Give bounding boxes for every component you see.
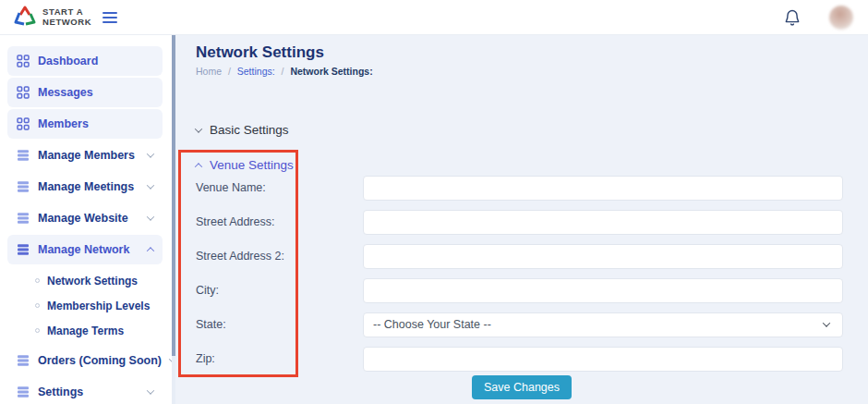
zip-label: Zip: (196, 347, 344, 372)
state-label: State: (196, 312, 344, 337)
chevron-down-icon (823, 319, 830, 326)
top-header: START A NETWORK (0, 0, 868, 35)
sidebar-item-settings[interactable]: Settings (7, 377, 163, 404)
sidebar-item-manage-members[interactable]: Manage Members (7, 141, 163, 170)
section-title: Venue Settings (210, 158, 294, 172)
form-row: Street Address 2: (175, 244, 868, 269)
bullet-icon (35, 328, 40, 333)
sidebar-item-label: Messages (38, 86, 153, 99)
breadcrumb-home-link[interactable]: Home (196, 66, 222, 77)
chevron-up-icon (147, 247, 154, 254)
street-address-label: Street Address: (196, 210, 344, 235)
logo-text: START A NETWORK (42, 7, 91, 27)
page-title: Network Settings (196, 43, 324, 62)
sidebar-item-label: Manage Members (38, 149, 139, 162)
sidebar-subitem-label: Network Settings (47, 275, 138, 288)
sidebar-item-orders[interactable]: Orders (Coming Soon) (7, 346, 163, 375)
chevron-down-icon (147, 213, 154, 220)
hamburger-menu-icon[interactable] (102, 12, 117, 23)
sidebar-item-manage-network[interactable]: Manage Network (7, 235, 163, 264)
zip-input[interactable] (363, 347, 843, 372)
sidebar-item-members[interactable]: Members (7, 109, 163, 139)
sidebar-subitem-network-settings[interactable]: Network Settings (0, 268, 172, 293)
sidebar-subitem-manage-terms[interactable]: Manage Terms (0, 318, 172, 343)
city-input[interactable] (363, 278, 843, 303)
section-title: Basic Settings (210, 123, 289, 137)
sidebar-item-label: Members (38, 117, 153, 130)
form-row: Zip: (175, 347, 868, 372)
sidebar-subitem-membership-levels[interactable]: Membership Levels (0, 293, 172, 318)
form-row: Venue Name: (175, 176, 868, 201)
street-address-2-label: Street Address 2: (196, 244, 344, 269)
basic-settings-toggle[interactable]: Basic Settings (196, 123, 289, 137)
bullet-icon (35, 278, 40, 283)
main-content: Network Settings Home / Settings: / Netw… (175, 35, 868, 404)
state-select-value: -- Choose Your State -- (373, 318, 491, 331)
sidebar-item-messages[interactable]: Messages (7, 78, 163, 107)
street-address-input[interactable] (363, 210, 843, 235)
sidebar-subitem-label: Manage Terms (47, 324, 124, 337)
sidebar-item-label: Manage Website (38, 212, 139, 225)
app-window: START A NETWORK Dashboard (0, 0, 868, 404)
grid-icon (17, 86, 30, 99)
sidebar-item-label: Dashboard (38, 55, 153, 67)
sidebar-item-dashboard[interactable]: Dashboard (7, 46, 163, 76)
street-address-2-input[interactable] (363, 244, 843, 269)
stack-rows-icon (17, 243, 30, 256)
breadcrumb: Home / Settings: / Network Settings: (196, 66, 373, 77)
grid-icon (17, 55, 30, 67)
form-row: State: -- Choose Your State -- (175, 312, 868, 337)
chevron-up-icon (195, 163, 202, 170)
chevron-down-icon (147, 150, 154, 157)
stack-rows-icon (17, 212, 30, 225)
venue-name-input[interactable] (363, 176, 843, 201)
bullet-icon (35, 303, 40, 308)
app-logo[interactable]: START A NETWORK (13, 5, 91, 31)
logo-triangle-icon (13, 5, 37, 31)
chevron-down-icon (147, 386, 154, 394)
sidebar-item-label: Settings (38, 386, 139, 398)
form-row: City: (175, 278, 868, 303)
stack-rows-icon (17, 149, 30, 162)
breadcrumb-current: Network Settings: (290, 66, 372, 77)
sidebar-nav: Dashboard Messages Members Manage Member… (0, 35, 172, 404)
stack-rows-icon (17, 386, 30, 398)
sidebar-item-label: Manage Network (38, 243, 139, 256)
notification-bell-icon[interactable] (783, 8, 802, 27)
chevron-down-icon (147, 181, 154, 189)
city-label: City: (196, 278, 344, 303)
sidebar-item-label: Manage Meetings (38, 180, 139, 193)
venue-name-label: Venue Name: (196, 176, 344, 201)
stack-rows-icon (17, 180, 30, 193)
sidebar-item-manage-meetings[interactable]: Manage Meetings (7, 172, 163, 202)
stack-rows-icon (17, 354, 30, 367)
sidebar-item-manage-website[interactable]: Manage Website (7, 203, 163, 233)
form-row: Street Address: (175, 210, 868, 235)
save-changes-button[interactable]: Save Changes (472, 375, 572, 399)
manage-network-submenu: Network Settings Membership Levels Manag… (0, 268, 172, 343)
chevron-down-icon (195, 125, 202, 132)
breadcrumb-separator: / (282, 66, 284, 77)
breadcrumb-settings-link[interactable]: Settings: (237, 66, 275, 77)
sidebar-subitem-label: Membership Levels (47, 300, 150, 312)
breadcrumb-separator: / (228, 66, 231, 77)
grid-icon (17, 117, 30, 130)
user-avatar[interactable] (829, 6, 853, 30)
state-select[interactable]: -- Choose Your State -- (363, 312, 843, 337)
header-actions (783, 6, 853, 30)
sidebar-item-label: Orders (Coming Soon) (38, 354, 162, 367)
venue-settings-toggle[interactable]: Venue Settings (196, 158, 294, 172)
